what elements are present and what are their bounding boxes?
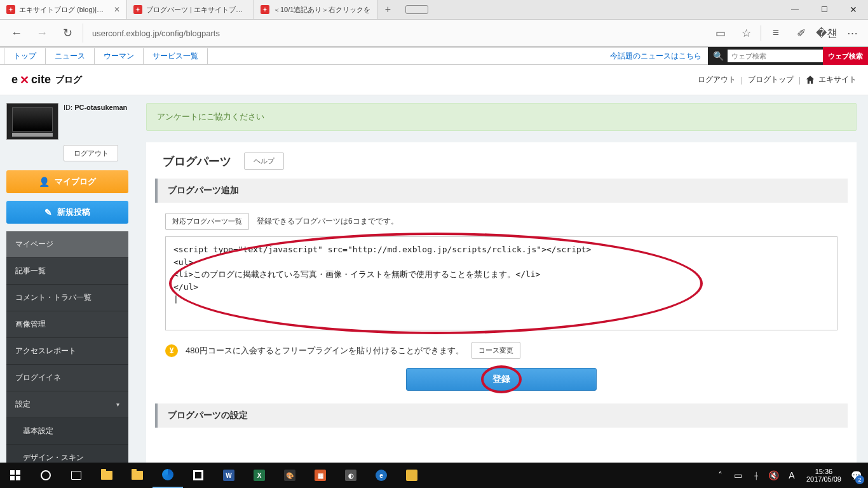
favicon-icon	[261, 5, 269, 14]
ie-button[interactable]: e	[366, 463, 397, 488]
app2-button[interactable]: ◐	[336, 463, 366, 488]
edge-button[interactable]	[153, 463, 183, 488]
ime-indicator[interactable]: A	[783, 470, 800, 480]
home-icon	[806, 76, 815, 85]
taskbar: W X 🎨 ▦ ◐ e ˄ ▭ ⟊ 🔇 A 15:36 2017/05/09 💬…	[0, 463, 868, 488]
store-button[interactable]	[183, 463, 214, 488]
url-field[interactable]: userconf.exblog.jp/config/blogparts	[83, 24, 709, 43]
search-icon: 🔍	[713, 51, 728, 61]
pencil-icon: ✎	[44, 207, 52, 217]
close-icon[interactable]: ✕	[114, 5, 120, 14]
ie-icon: e	[376, 470, 387, 481]
clock[interactable]: 15:36 2017/05/09	[801, 468, 846, 483]
favorite-icon[interactable]: ☆	[734, 20, 758, 46]
textarea-wrap	[165, 236, 837, 333]
forward-button[interactable]: →	[29, 20, 55, 46]
coin-icon: ¥	[165, 344, 178, 357]
browser-tab-0[interactable]: エキサイトブログ (blog)|ブロ ✕	[0, 0, 127, 19]
header-logout-link[interactable]: ログアウト	[698, 74, 736, 85]
divider: |	[799, 76, 801, 85]
explorer-button[interactable]	[92, 463, 122, 488]
user-id: ID: PC-otasukeman	[64, 103, 127, 140]
share-icon[interactable]: �첀	[815, 20, 839, 46]
reading-view-icon[interactable]: ▭	[709, 20, 733, 46]
header-blogtop-link[interactable]: ブログトップ	[748, 74, 794, 85]
separator	[761, 25, 761, 41]
hub-icon[interactable]: ≡	[764, 20, 788, 46]
word-icon: W	[223, 470, 234, 481]
drag-handle	[405, 5, 428, 14]
sidebar-logout-button[interactable]: ログアウト	[64, 145, 118, 161]
explorer2-button[interactable]	[122, 463, 153, 488]
browser-tab-1[interactable]: ブログパーツ | エキサイトブログ	[127, 0, 254, 19]
nav-comments[interactable]: コメント・トラバ一覧	[6, 285, 128, 311]
site-header: e✕cite ブログ ログアウト | ブログトップ | エキサイト	[0, 65, 868, 95]
notice-banner[interactable]: アンケートにご協力ください	[146, 103, 857, 131]
favicon-icon	[133, 5, 142, 14]
minimize-button[interactable]: —	[780, 0, 810, 19]
logo-text: e	[11, 73, 18, 86]
promo-link[interactable]: 今話題のニュースはこちら	[607, 51, 708, 62]
profile-block: ID: PC-otasukeman	[6, 103, 128, 140]
notes-button[interactable]	[397, 463, 427, 488]
site-logo[interactable]: e✕cite ブログ	[11, 73, 82, 87]
course-change-button[interactable]: コース変更	[471, 342, 520, 359]
section-add-body: 対応ブログパーツ一覧 登録できるブログパーツは6コまでです。 ¥ 480円コース…	[146, 213, 857, 397]
main-content: アンケートにご協力ください ブログパーツ ヘルプ ブログパーツ追加 対応ブログパ…	[135, 95, 868, 463]
new-tab-button[interactable]: +	[377, 0, 398, 19]
page-title: ブログパーツ	[163, 154, 231, 169]
topnav-item[interactable]: サービス一覧	[143, 48, 208, 64]
more-icon[interactable]: ⋯	[840, 20, 864, 46]
register-button[interactable]: 登録	[406, 368, 597, 391]
app-icon: ◐	[345, 470, 356, 481]
clock-date: 2017/05/09	[806, 475, 841, 483]
search-input[interactable]	[728, 50, 823, 62]
submit-wrap: 登録	[165, 368, 837, 397]
topnav-item[interactable]: ウーマン	[94, 48, 144, 64]
taskview-button[interactable]	[61, 463, 92, 488]
search-button[interactable]: ウェブ検索	[823, 47, 868, 65]
wifi-icon[interactable]: ⟊	[748, 470, 764, 480]
nav-settings-basic[interactable]: 基本設定	[6, 418, 128, 445]
store-icon	[193, 470, 203, 480]
topnav-item[interactable]: ニュース	[45, 48, 95, 64]
maximize-button[interactable]: ☐	[810, 0, 839, 19]
cortana-button[interactable]	[31, 463, 61, 488]
battery-icon[interactable]: ▭	[730, 470, 747, 480]
volume-icon[interactable]: 🔇	[766, 470, 782, 480]
excel-button[interactable]: X	[244, 463, 275, 488]
topnav-item[interactable]: トップ	[4, 48, 46, 64]
sidebar-nav: マイページ 記事一覧 コメント・トラバ一覧 画像管理 アクセスレポート ブログイ…	[6, 231, 128, 471]
compatible-parts-button[interactable]: 対応ブログパーツ一覧	[165, 213, 249, 230]
start-button[interactable]	[0, 463, 31, 488]
close-window-button[interactable]: ✕	[839, 0, 868, 19]
nav-settings[interactable]: 設定 ▾	[6, 391, 128, 418]
nav-articles[interactable]: 記事一覧	[6, 258, 128, 285]
body: ID: PC-otasukeman ログアウト 👤 マイブログ ✎ 新規投稿 マ…	[0, 95, 868, 463]
word-button[interactable]: W	[214, 463, 244, 488]
address-bar: ← → ↻ userconf.exblog.jp/config/blogpart…	[0, 20, 868, 47]
back-button[interactable]: ←	[4, 20, 29, 46]
app1-button[interactable]: ▦	[305, 463, 336, 488]
app-icon: ▦	[315, 470, 326, 481]
header-excite-link[interactable]: エキサイト	[818, 74, 857, 85]
avatar	[6, 103, 58, 140]
nav-like[interactable]: ブログイイネ	[6, 365, 128, 391]
nav-access[interactable]: アクセスレポート	[6, 338, 128, 365]
header-links: ログアウト | ブログトップ | エキサイト	[698, 74, 857, 85]
newpost-button[interactable]: ✎ 新規投稿	[6, 201, 128, 224]
panel-header: ブログパーツ ヘルプ	[146, 152, 857, 179]
nav-mypage[interactable]: マイページ	[6, 231, 128, 258]
nav-images[interactable]: 画像管理	[6, 311, 128, 338]
refresh-button[interactable]: ↻	[55, 20, 80, 46]
paint-button[interactable]: 🎨	[275, 463, 305, 488]
myblog-button[interactable]: 👤 マイブログ	[6, 170, 128, 193]
tray-chevron-icon[interactable]: ˄	[712, 470, 729, 480]
blogparts-textarea[interactable]	[165, 236, 837, 330]
help-button[interactable]: ヘルプ	[244, 152, 284, 170]
panel-blogparts: ブログパーツ ヘルプ ブログパーツ追加 対応ブログパーツ一覧 登録できるブログパ…	[146, 142, 857, 463]
webnote-icon[interactable]: ✐	[789, 20, 813, 46]
browser-tab-2[interactable]: ＜10/1追記あり＞右クリックを	[254, 0, 377, 19]
system-tray: ˄ ▭ ⟊ 🔇 A 15:36 2017/05/09 💬 2	[712, 466, 868, 484]
upsell-row: ¥ 480円コースに入会するとフリープラグインを貼り付けることができます。 コー…	[165, 342, 837, 359]
